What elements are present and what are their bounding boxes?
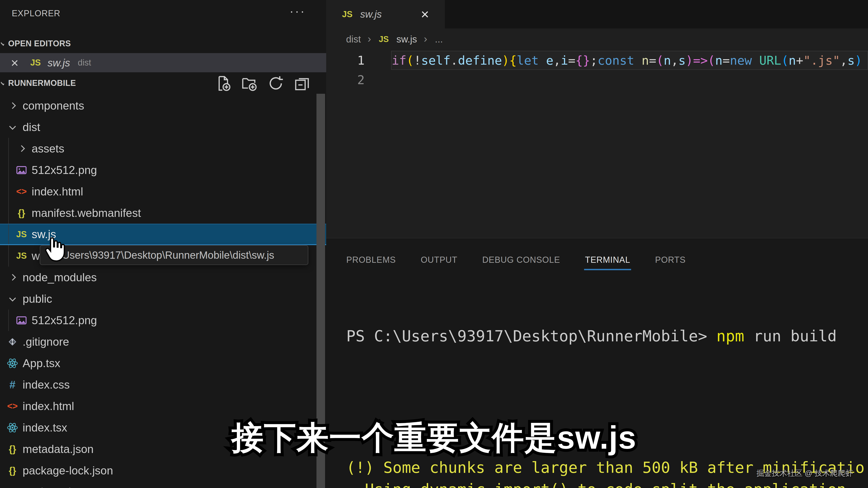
panel-tab-terminal[interactable]: TERMINAL <box>585 255 630 265</box>
indent-guide <box>8 245 9 267</box>
refresh-icon[interactable] <box>268 75 284 92</box>
code-token: { <box>509 53 517 68</box>
js-file-icon: JS <box>30 58 41 68</box>
file-icon-slot <box>5 358 20 369</box>
new-folder-icon[interactable] <box>241 75 258 92</box>
tree-item-app-tsx[interactable]: App.tsx <box>0 352 326 374</box>
tree-item-index-tsx[interactable]: index.tsx <box>0 417 326 438</box>
indent-guide <box>8 159 9 181</box>
code-token: i <box>561 53 568 68</box>
close-icon[interactable]: × <box>421 7 429 21</box>
panel-tab-output[interactable]: OUTPUT <box>421 255 457 265</box>
code-token: n <box>715 53 723 68</box>
code-token: if <box>392 53 406 68</box>
tree-item-package-json[interactable]: {}package.json <box>0 481 326 488</box>
code-token: . <box>451 53 458 68</box>
code-token: s <box>847 53 855 68</box>
json-braces-icon: {} <box>9 487 16 488</box>
tree-item-node-modules[interactable]: node_modules <box>0 267 326 288</box>
terminal-blank-line <box>346 391 868 413</box>
react-atom-icon <box>7 422 18 433</box>
open-editors-section-header[interactable]: OPEN EDITORS <box>0 34 326 53</box>
tree-item-512x512-png[interactable]: 512x512.png <box>0 310 326 331</box>
sidebar-scrollbar[interactable] <box>316 94 325 488</box>
tree-item--gitignore[interactable]: .gitignore <box>0 331 326 352</box>
chevron-right-icon <box>18 145 25 152</box>
close-icon[interactable]: × <box>11 56 19 69</box>
file-icon-slot: {} <box>5 487 20 488</box>
tree-item-label: metadata.json <box>23 443 94 456</box>
code-token: ) <box>502 53 509 68</box>
tree-item-label: App.tsx <box>23 357 60 370</box>
tree-item-label: index.tsx <box>23 421 67 434</box>
code-token: URL <box>759 53 781 68</box>
panel-tab-ports[interactable]: PORTS <box>655 255 686 265</box>
code-token: ( <box>781 53 789 68</box>
indent-guide <box>8 202 9 224</box>
open-editor-file-path: dist <box>78 58 91 68</box>
breadcrumb-symbol[interactable]: ... <box>435 34 443 45</box>
code-token: + <box>796 53 803 68</box>
file-icon-slot: <> <box>5 401 20 411</box>
terminal[interactable]: PS C:\Users\93917\Desktop\RunnerMobile> … <box>346 281 868 488</box>
panel-tab-debug-console[interactable]: DEBUG CONSOLE <box>482 255 560 265</box>
code-token: n <box>642 53 649 68</box>
git-ignore-icon <box>7 336 18 348</box>
file-icon-slot: JS <box>14 251 29 261</box>
file-icon-slot <box>14 315 29 326</box>
js-file-icon: JS <box>16 230 27 239</box>
code-text: if(!self.define){let e,i={};const n=(n,s… <box>392 53 862 68</box>
folder-chevron <box>5 296 20 301</box>
code-token: self <box>421 53 451 68</box>
code-token: {} <box>576 53 590 68</box>
tree-item-index-html[interactable]: <>index.html <box>0 181 326 202</box>
chevron-right-icon: › <box>424 33 427 45</box>
tree-item-label: node_modules <box>23 271 97 284</box>
breadcrumb-folder[interactable]: dist <box>346 34 361 45</box>
css-hash-icon: # <box>9 379 16 391</box>
explorer-more-actions-icon[interactable]: ··· <box>289 4 306 18</box>
explorer-title: EXPLORER <box>12 8 60 18</box>
tree-item-label: package-lock.json <box>23 464 113 477</box>
new-file-icon[interactable] <box>215 75 232 92</box>
folder-chevron <box>5 103 20 108</box>
open-editor-item-swjs[interactable]: × JS sw.js dist <box>0 53 326 72</box>
file-icon-slot: # <box>5 379 20 391</box>
code-token: const <box>597 53 642 68</box>
file-icon-slot <box>5 422 20 433</box>
breadcrumb-file[interactable]: sw.js <box>397 34 417 45</box>
code-token: = <box>568 53 576 68</box>
tree-item-dist[interactable]: dist <box>0 116 326 138</box>
editor-group: JS sw.js × dist › JS sw.js › ... 1 if(!s… <box>326 0 868 238</box>
collapse-all-icon[interactable] <box>293 75 310 92</box>
tree-item-index-html[interactable]: <>index.html <box>0 395 326 417</box>
file-icon-slot: <> <box>14 186 29 197</box>
code-token: ! <box>414 53 421 68</box>
code-token: define <box>458 53 502 68</box>
tab-swjs[interactable]: JS sw.js × <box>326 0 445 29</box>
tree-item-label: assets <box>32 142 64 155</box>
tree-item-512x512-png[interactable]: 512x512.png <box>0 159 326 181</box>
chevron-down-icon <box>1 41 4 46</box>
panel-tab-problems[interactable]: PROBLEMS <box>346 255 396 265</box>
tree-item-manifest-webmanifest[interactable]: {}manifest.webmanifest <box>0 202 326 224</box>
tree-item-package-lock-json[interactable]: {}package-lock.json <box>0 460 326 481</box>
tree-item-assets[interactable]: assets <box>0 138 326 159</box>
tree-item-metadata-json[interactable]: {}metadata.json <box>0 438 326 460</box>
indent-guide <box>8 224 9 244</box>
tree-item-index-css[interactable]: #index.css <box>0 374 326 395</box>
indent-guide <box>8 181 9 202</box>
tree-item-label: index.html <box>23 400 74 413</box>
code-token: e <box>546 53 554 68</box>
tooltip-text: C:\Users\93917\Desktop\RunnerMobile\dist… <box>49 249 274 261</box>
chevron-down-icon <box>9 123 16 130</box>
code-token: n <box>664 53 671 68</box>
tree-item-label: 512x512.png <box>32 314 97 327</box>
folder-chevron <box>5 275 20 280</box>
tree-item-public[interactable]: public <box>0 288 326 310</box>
code-token: ( <box>708 53 715 68</box>
open-editors-label: OPEN EDITORS <box>8 39 71 48</box>
tree-item-components[interactable]: components <box>0 95 326 116</box>
code-area[interactable]: 1 if(!self.define){let e,i={};const n=(n… <box>326 51 868 90</box>
json-braces-icon: {} <box>18 207 25 219</box>
